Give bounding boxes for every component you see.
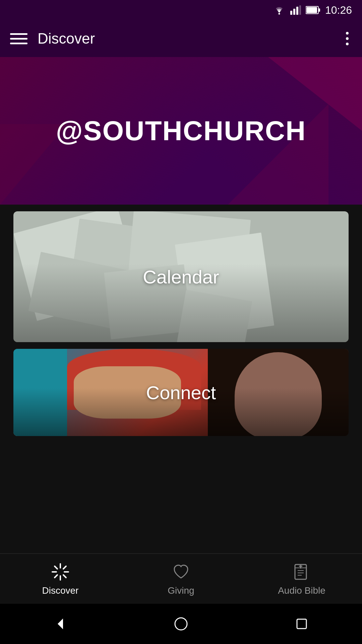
- connect-card-label: Connect: [146, 382, 216, 404]
- wifi-icon: [273, 5, 286, 15]
- recents-button[interactable]: [292, 614, 312, 634]
- hamburger-icon[interactable]: [10, 33, 27, 44]
- bible-nav-icon: [292, 562, 312, 582]
- connect-card[interactable]: Connect: [13, 349, 349, 436]
- status-icons: 10:26: [273, 4, 352, 16]
- calendar-card-bg: Calendar: [13, 211, 349, 342]
- status-bar: 10:26: [0, 0, 362, 20]
- svg-line-14: [63, 566, 66, 569]
- app-bar-title: Discover: [38, 30, 95, 47]
- svg-marker-24: [58, 619, 63, 629]
- signal-icon: [290, 5, 301, 15]
- svg-rect-4: [299, 5, 301, 15]
- hero-banner: @SOUTHCHURCH: [0, 57, 362, 205]
- giving-nav-label: Giving: [168, 585, 194, 596]
- home-button[interactable]: [171, 614, 191, 634]
- battery-icon: [306, 6, 320, 14]
- svg-rect-26: [297, 619, 306, 629]
- svg-rect-2: [293, 9, 295, 15]
- svg-rect-6: [306, 7, 317, 13]
- status-time: 10:26: [325, 4, 352, 16]
- svg-rect-1: [290, 11, 292, 15]
- svg-rect-7: [318, 8, 320, 12]
- svg-rect-3: [296, 7, 298, 15]
- svg-line-15: [55, 575, 57, 578]
- calendar-card-label: Calendar: [143, 266, 219, 288]
- svg-line-12: [55, 566, 57, 569]
- system-nav-bar: [0, 604, 362, 644]
- nav-item-discover[interactable]: Discover: [0, 562, 121, 596]
- calendar-card[interactable]: Calendar: [13, 211, 349, 342]
- nav-item-audio-bible[interactable]: Audio Bible: [241, 562, 362, 596]
- discover-nav-label: Discover: [42, 585, 79, 596]
- nav-item-giving[interactable]: Giving: [121, 562, 241, 596]
- connect-card-bg: Connect: [13, 349, 349, 436]
- back-button[interactable]: [50, 614, 70, 634]
- bottom-nav: Discover Giving Audio Bible: [0, 553, 362, 604]
- app-bar-left: Discover: [10, 30, 95, 47]
- svg-line-13: [63, 575, 66, 578]
- overflow-menu-icon[interactable]: [343, 29, 352, 49]
- hero-logo: @SOUTHCHURCH: [56, 115, 306, 147]
- audio-bible-nav-label: Audio Bible: [278, 585, 325, 596]
- app-bar: Discover: [0, 20, 362, 57]
- cards-area: Calendar Connect: [0, 205, 362, 443]
- svg-point-25: [175, 618, 187, 630]
- svg-point-0: [278, 13, 280, 15]
- giving-nav-icon: [171, 562, 191, 582]
- discover-nav-icon: [50, 562, 70, 582]
